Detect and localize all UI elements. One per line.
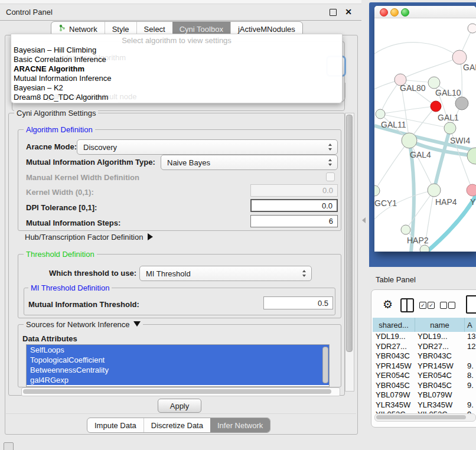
tab-discretize-data[interactable]: Discretize Data — [144, 418, 210, 432]
table-row[interactable]: YER054CYER054C8. — [373, 371, 476, 381]
column-header-partial[interactable]: A — [465, 318, 476, 332]
table-row[interactable]: YDR27...YDR27...12 — [373, 342, 476, 352]
network-node[interactable] — [468, 24, 476, 33]
stepper-up-icon — [302, 270, 306, 272]
network-node-gal4[interactable] — [402, 133, 417, 148]
kernel-width-field[interactable]: 0.0 — [250, 184, 338, 197]
cell-shared-name: YBR043C — [373, 351, 415, 361]
list-item-selected[interactable]: gal4RGexp — [27, 375, 329, 385]
columns-icon[interactable] — [400, 298, 414, 312]
menu-item[interactable]: Mutual Information Inference — [14, 74, 111, 83]
table-scrollbar-thumb[interactable] — [376, 415, 466, 419]
hub-definition-toggle[interactable]: Hub/Transcription Factor Definition — [25, 233, 153, 242]
sources-toggle[interactable]: Sources for Network Inference — [24, 321, 143, 329]
table-horizontal-scrollbar[interactable] — [374, 413, 476, 422]
list-item-selected[interactable]: BetweennessCentrality — [27, 365, 329, 375]
table-row[interactable]: YBR045CYBR045C9. — [373, 381, 476, 391]
node-label: Y — [470, 197, 476, 207]
mi-threshold-group-title: MI Threshold Definition — [28, 284, 112, 292]
manual-kernel-checkbox[interactable] — [326, 172, 335, 181]
network-node-hap4[interactable] — [428, 184, 441, 197]
mi-threshold-label: Mutual Information Threshold: — [28, 300, 139, 309]
cell-value: 13 — [465, 332, 475, 342]
stepper-up-icon — [328, 159, 332, 161]
which-threshold-select[interactable]: MI Threshold — [139, 266, 312, 281]
control-panel-title: Control Panel — [6, 8, 53, 17]
settings-vertical-scrollbar[interactable] — [345, 113, 354, 392]
zoom-traffic-light[interactable] — [401, 8, 409, 17]
cell-value — [465, 351, 467, 361]
which-threshold-value: MI Threshold — [146, 269, 191, 278]
threshold-definition-title: Threshold Definition — [24, 250, 97, 259]
aracne-mode-value: Discovery — [83, 143, 117, 152]
aracne-mode-select[interactable]: Discovery — [77, 139, 338, 155]
network-node-gal1[interactable] — [444, 122, 456, 134]
popup-placeholder: Select algorithm to view settings — [11, 36, 342, 45]
unchecked-checkbox-icon[interactable] — [440, 302, 447, 309]
list-item-selected[interactable]: SelfLoops — [27, 345, 329, 355]
cell-name: YDR27... — [415, 342, 465, 352]
checked-checkbox-icon[interactable]: ✓ — [428, 302, 435, 309]
mi-threshold-field[interactable]: 0.5 — [263, 296, 333, 309]
network-node-selected-red[interactable] — [431, 101, 441, 112]
menu-item[interactable]: Bayesian – K2 — [14, 83, 63, 93]
network-node-pink[interactable] — [467, 184, 476, 196]
mi-threshold-value: 0.5 — [318, 299, 328, 308]
cell-name: YPR145W — [415, 361, 465, 371]
tab-infer-network[interactable]: Infer Network — [210, 418, 270, 432]
node-label: HAP2 — [407, 236, 429, 245]
network-node-gal11[interactable] — [376, 109, 385, 119]
column-header-name[interactable]: name — [415, 318, 465, 332]
table-panel-title: Table Panel — [376, 275, 416, 284]
column-header-shared-name[interactable]: shared... — [373, 318, 415, 332]
network-node-hap2[interactable] — [401, 225, 410, 234]
network-node[interactable] — [420, 245, 429, 252]
table-row[interactable]: YPR145WYPR145W9. — [373, 361, 476, 371]
manual-kernel-label: Manual Kernel Width Definition — [26, 173, 139, 182]
collapsed-panel-icon[interactable] — [4, 442, 14, 450]
table-row[interactable]: YBL079WYBL079W — [373, 390, 476, 400]
settings-horizontal-scrollbar[interactable] — [21, 387, 340, 396]
node-label: GAL — [463, 63, 476, 72]
close-traffic-light[interactable] — [380, 8, 388, 17]
cell-name: YBR043C — [415, 351, 465, 361]
node-label: GAL11 — [381, 120, 406, 129]
table-row[interactable]: YDL19...YDL19...13 — [373, 332, 476, 342]
hub-definition-label: Hub/Transcription Factor Definition — [25, 233, 143, 242]
close-icon[interactable]: ✕ — [345, 7, 352, 17]
cell-shared-name: YDR27... — [373, 342, 415, 352]
mi-steps-field[interactable]: 6 — [250, 215, 338, 227]
collapsed-arrow-icon — [148, 233, 153, 240]
menu-item[interactable]: Bayesian – Hill Climbing — [14, 45, 96, 55]
splitter-handle[interactable] — [362, 217, 366, 223]
document-icon[interactable] — [466, 295, 476, 314]
which-threshold-label: Which threshold to use: — [49, 269, 136, 278]
dpi-tolerance-label: DPI Tolerance [0,1]: — [26, 203, 97, 212]
list-item-selected[interactable]: TopologicalCoefficient — [27, 355, 329, 365]
gear-icon[interactable]: ⚙ — [383, 298, 393, 311]
cell-name: YBL079W — [415, 390, 465, 400]
minimize-traffic-light[interactable] — [390, 8, 399, 17]
menu-item-aracne[interactable]: ARACNE Algorithm — [14, 64, 84, 74]
tab-jactivemnodules-label: jActiveMNodules — [238, 25, 295, 34]
menu-item[interactable]: Basic Correlation Inference — [14, 55, 106, 64]
float-window-icon[interactable] — [330, 9, 337, 16]
tab-impute-data[interactable]: Impute Data — [87, 418, 144, 432]
network-node-gal10[interactable] — [428, 77, 440, 89]
table-row[interactable]: YLR345WYLR345W9. — [373, 400, 476, 410]
table-body: YDL19...YDL19...13 YDR27...YDR27...12 YB… — [373, 332, 476, 420]
unchecked-checkbox-icon[interactable] — [448, 302, 455, 309]
dpi-tolerance-field[interactable]: 0.0 — [250, 199, 338, 212]
network-node-gcy1[interactable] — [374, 185, 380, 196]
settings-scrollbar-thumb[interactable] — [346, 115, 353, 352]
list-scrollbar-thumb[interactable] — [322, 347, 328, 383]
horizontal-scrollbar-thumb[interactable] — [23, 389, 331, 394]
checked-checkbox-icon[interactable]: ✓ — [419, 302, 426, 309]
network-canvas[interactable]: GAL GAL80 GAL10 GAL1 GAL11 GAL4 SWI4 GCY… — [374, 18, 476, 252]
cell-value: 9. — [465, 361, 474, 371]
table-row[interactable]: YBR043CYBR043C — [373, 351, 476, 361]
menu-item[interactable]: Dream8 DC_TDC Algorithm — [14, 93, 108, 102]
mi-type-select[interactable]: Naive Bayes — [161, 155, 338, 170]
apply-button[interactable]: Apply — [158, 399, 201, 413]
network-node-gray[interactable] — [455, 97, 468, 110]
